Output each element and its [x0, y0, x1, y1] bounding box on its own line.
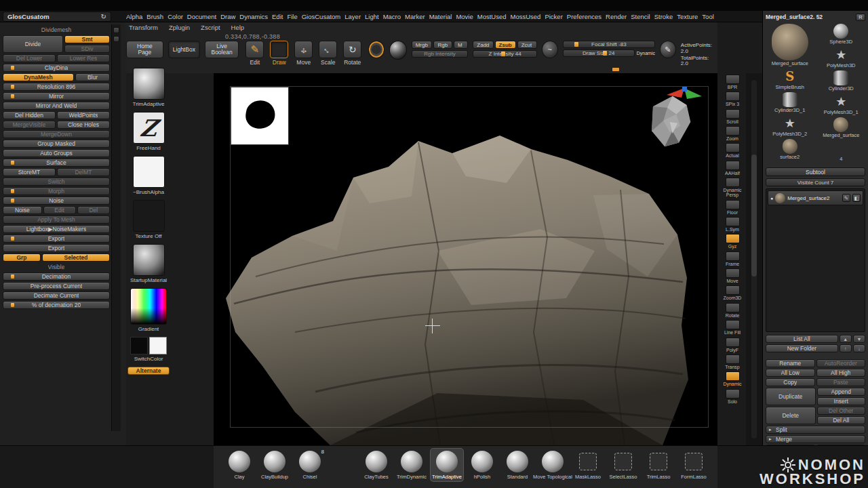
subtool-item[interactable]: ● Merged_surface2 ✎ ◧ — [768, 190, 863, 205]
panel-button-divide[interactable]: Divide — [3, 35, 63, 53]
main-color-swatch[interactable] — [130, 337, 148, 354]
shelf-button[interactable]: AAHalf — [720, 161, 745, 176]
panel-button-append[interactable]: Append — [817, 388, 866, 396]
panel-button-auto-groups[interactable]: Auto Groups — [3, 149, 110, 157]
menu-item[interactable]: Movie — [456, 13, 473, 20]
menu-item[interactable]: Tool — [702, 13, 713, 20]
visible-count-slider[interactable]: Visible Count 7 — [766, 178, 865, 186]
shelf-button[interactable]: Actual — [720, 143, 745, 158]
menu-item[interactable]: Stroke — [654, 13, 673, 20]
panel-button-del-hidden[interactable]: Del Hidden — [3, 111, 56, 119]
menu-item[interactable]: Macro — [383, 13, 401, 20]
gradient-fill-icon[interactable] — [368, 41, 384, 58]
tool-thumbnail[interactable]: 4 — [833, 141, 848, 162]
alternate-button[interactable]: Alternate — [127, 367, 170, 375]
panel-button-mergevisible[interactable]: MergeVisible — [3, 121, 56, 129]
subtool-list[interactable]: ● Merged_surface2 ✎ ◧ — [766, 188, 865, 332]
panel-button-del-all[interactable]: Del All — [817, 416, 866, 424]
shelf-button[interactable]: Transp — [720, 354, 745, 369]
panel-button-weldpoints[interactable]: WeldPoints — [57, 111, 110, 119]
menu-item[interactable]: Picker — [545, 13, 562, 20]
restore-button[interactable]: R — [856, 14, 865, 21]
menu-item[interactable]: Edit — [272, 13, 283, 20]
shelf-button[interactable]: Zoom — [720, 126, 745, 141]
color-picker[interactable] — [130, 288, 167, 325]
shelf-button[interactable]: Line Fill — [720, 320, 745, 335]
brush-thumbnail[interactable]: TrimAdaptive — [431, 449, 463, 481]
live-boolean-button[interactable]: Live Boolean — [205, 41, 239, 58]
tool-thumbnail[interactable]: PolyMesh3D_2 — [772, 116, 807, 137]
panel-button-delmt[interactable]: DelMT — [57, 168, 110, 176]
panel-button-mirror-and-weld[interactable]: Mirror And Weld — [3, 102, 110, 110]
panel-button-mirror[interactable]: Mirror — [3, 92, 110, 100]
brush-thumbnail[interactable]: Move Topological — [536, 449, 569, 481]
panel-button-grp[interactable]: Grp — [3, 253, 41, 262]
shelf-button[interactable]: Dynamic Persp — [720, 178, 745, 198]
shelf-button[interactable]: Gyz — [720, 234, 745, 249]
panel-button-new-folder[interactable]: New Folder — [766, 344, 838, 352]
menu-item[interactable]: Brush — [146, 13, 163, 20]
zcut-button[interactable]: Zcut — [517, 41, 537, 49]
panel-button-del-other[interactable]: Del Other — [817, 407, 866, 415]
shelf-button[interactable]: Frame — [720, 251, 745, 266]
menu-item[interactable]: Preferences — [567, 13, 601, 20]
panel-button-blur[interactable]: Blur — [75, 73, 110, 81]
brush-thumbnail[interactable]: Clay — [223, 449, 256, 481]
panel-button-surface[interactable]: Surface — [3, 159, 110, 167]
zadd-button[interactable]: Zadd — [473, 41, 493, 49]
tool-thumbnail[interactable]: PolyMesh3D_1 — [824, 94, 859, 115]
tool-thumbnail[interactable]: Merged_surface — [823, 117, 859, 138]
panel-button--of-decimation-20[interactable]: % of decimation 20 — [3, 301, 110, 309]
brush-thumbnail[interactable]: hPolish — [466, 449, 498, 481]
panel-button--[interactable]: ↓ — [853, 344, 865, 352]
menu-item[interactable]: Render — [606, 13, 627, 20]
tool-thumbnail[interactable]: surface2 — [780, 139, 800, 160]
switch-color-swatches[interactable] — [130, 337, 167, 354]
panel-button-export[interactable]: Export — [3, 244, 110, 252]
panel-button-all-high[interactable]: All High — [816, 369, 866, 377]
texture-thumb[interactable] — [133, 200, 165, 232]
panel-button-resolution-896[interactable]: Resolution 896 — [3, 83, 110, 91]
panel-button--[interactable]: ↑ — [840, 344, 852, 352]
panel-button-merge[interactable]: Merge — [766, 435, 865, 443]
slider-handle[interactable] — [603, 51, 607, 56]
mode-button[interactable]: Move — [292, 41, 315, 66]
material-thumb[interactable] — [133, 244, 165, 276]
panel-button-lower-res[interactable]: Lower Res — [57, 54, 110, 62]
shelf-button[interactable]: BPR — [720, 75, 745, 89]
rgb-button[interactable]: Rgb — [433, 41, 452, 49]
brush-thumbnail[interactable]: SelectLasso — [607, 449, 639, 481]
brush-thumbnail[interactable]: MaskLasso — [572, 449, 604, 481]
menu-item[interactable]: MostUsed — [477, 13, 507, 20]
menu-item[interactable]: Marker — [405, 13, 425, 20]
tool-thumbnail[interactable]: Merged_surface — [772, 24, 808, 66]
panel-button--[interactable]: ▼ — [853, 335, 865, 343]
shelf-button[interactable]: Rotate — [720, 303, 745, 318]
slider-handle[interactable] — [574, 42, 578, 47]
panel-button-apply-to-mesh[interactable]: Apply To Mesh — [3, 216, 110, 224]
panel-button-noise[interactable]: Noise — [3, 197, 110, 205]
panel-button-insert[interactable]: Insert — [817, 397, 866, 405]
alpha-thumb[interactable] — [133, 156, 165, 188]
palette-scroll-strip[interactable] — [111, 24, 121, 431]
shelf-button[interactable]: L.Sym — [720, 217, 745, 232]
dynamic-mode-label[interactable]: Dynamic — [637, 51, 655, 56]
menu-item[interactable]: Zscript — [201, 24, 220, 31]
panel-button-decimation[interactable]: Decimation — [3, 272, 110, 281]
brush-thumbnail[interactable]: 8 Chisel — [294, 449, 326, 481]
panel-button-claydina[interactable]: ClayDina — [3, 64, 110, 72]
brush-thumbnail[interactable]: TrimLasso — [642, 449, 675, 481]
panel-button-group-masked[interactable]: Group Masked — [3, 140, 110, 148]
shelf-button[interactable]: PolyF — [720, 338, 745, 352]
z-intensity-slider[interactable]: Z Intensity 44 — [473, 50, 537, 58]
panel-button-pre-process-current[interactable]: Pre-process Current — [3, 282, 110, 290]
lightbox-button[interactable]: LightBox — [168, 41, 200, 58]
panel-button-split[interactable]: Split — [766, 426, 865, 434]
mask-icon[interactable]: ◧ — [852, 194, 861, 202]
mrgb-button[interactable]: Mrgb — [412, 41, 433, 49]
menu-item[interactable]: File — [287, 13, 297, 20]
panel-button--[interactable]: ▲ — [840, 335, 852, 343]
menu-item[interactable]: Zplugin — [169, 24, 190, 31]
current-brush-thumb[interactable] — [133, 68, 165, 100]
panel-button-autoreorder[interactable]: AutoReorder — [816, 359, 866, 367]
